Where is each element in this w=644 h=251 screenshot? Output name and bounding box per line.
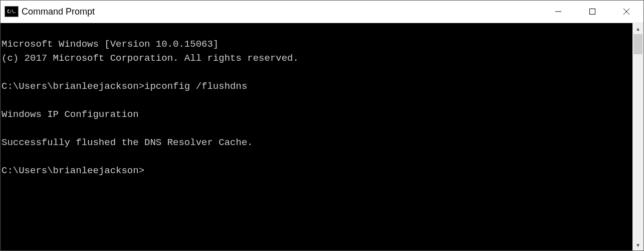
- window-controls: [541, 1, 643, 23]
- scroll-down-button[interactable]: ▼: [632, 239, 643, 250]
- terminal-line: Successfully flushed the DNS Resolver Ca…: [2, 137, 253, 148]
- scroll-thumb[interactable]: [633, 34, 642, 54]
- terminal-line: C:\Users\brianleejackson>: [2, 165, 144, 176]
- terminal-line: Microsoft Windows [Version 10.0.15063]: [2, 39, 219, 50]
- close-button[interactable]: [609, 1, 643, 23]
- svg-rect-1: [590, 9, 595, 15]
- terminal-area: Microsoft Windows [Version 10.0.15063] (…: [1, 23, 643, 250]
- maximize-icon: [589, 8, 596, 15]
- vertical-scrollbar[interactable]: ▲ ▼: [632, 23, 643, 250]
- cmd-icon-glyph: C:\.: [7, 10, 16, 14]
- minimize-button[interactable]: [541, 1, 575, 23]
- chevron-up-icon: ▲: [635, 26, 640, 32]
- command-prompt-window: C:\. Command Prompt Microsoft Windows [V…: [0, 0, 644, 251]
- maximize-button[interactable]: [575, 1, 609, 23]
- close-icon: [623, 8, 630, 15]
- terminal-line: Windows IP Configuration: [2, 109, 139, 120]
- scroll-track[interactable]: [632, 34, 643, 239]
- chevron-down-icon: ▼: [635, 242, 640, 248]
- terminal-line: C:\Users\brianleejackson>ipconfig /flush…: [2, 81, 247, 92]
- terminal-line: (c) 2017 Microsoft Corporation. All righ…: [2, 53, 299, 64]
- titlebar[interactable]: C:\. Command Prompt: [1, 1, 643, 23]
- terminal-output[interactable]: Microsoft Windows [Version 10.0.15063] (…: [1, 23, 632, 250]
- scroll-up-button[interactable]: ▲: [632, 23, 643, 34]
- window-title: Command Prompt: [22, 7, 95, 17]
- minimize-icon: [555, 8, 562, 15]
- cmd-icon: C:\.: [5, 6, 19, 17]
